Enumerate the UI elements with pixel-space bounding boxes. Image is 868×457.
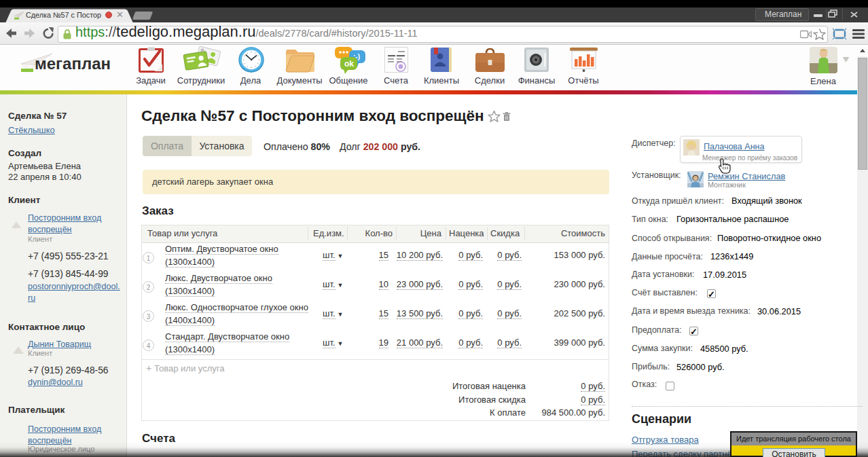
svg-text:ok: ok	[344, 59, 354, 69]
